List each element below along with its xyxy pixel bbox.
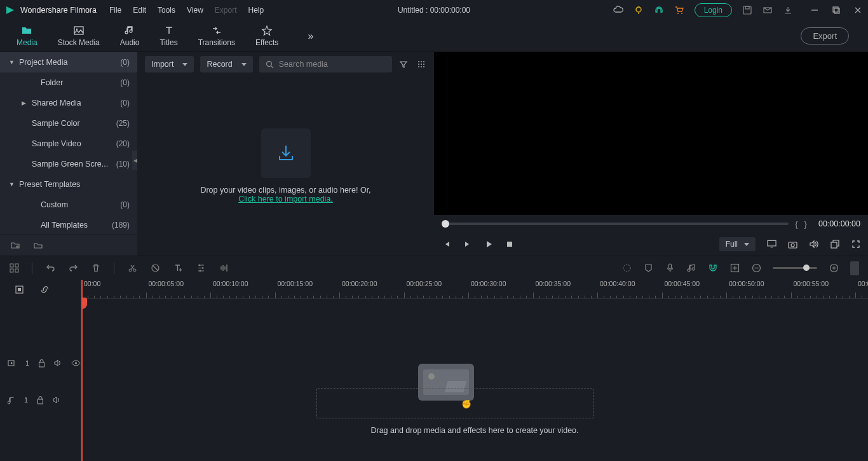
timeline-ruler[interactable]: 00:0000:00:05:0000:00:10:0000:00:15:0000… <box>81 280 868 299</box>
render-icon[interactable] <box>621 263 632 273</box>
tabs-more-button[interactable]: » <box>301 31 320 42</box>
tab-effects[interactable]: Effects <box>245 22 288 50</box>
play-button[interactable] <box>484 240 493 249</box>
zoom-fit-button[interactable] <box>850 261 859 275</box>
add-text-button[interactable] <box>173 263 183 273</box>
delete-button[interactable] <box>91 263 101 273</box>
layout-icon[interactable] <box>9 263 19 273</box>
tab-audio[interactable]: Audio <box>110 22 150 50</box>
open-folder-icon[interactable] <box>33 240 43 251</box>
voiceover-icon[interactable] <box>665 263 675 273</box>
svg-point-19 <box>423 64 424 65</box>
tab-transitions[interactable]: Transitions <box>188 22 245 50</box>
audio-mixer-icon[interactable] <box>686 263 696 273</box>
tree-item[interactable]: ▼Project Media(0) <box>0 52 137 72</box>
preview-viewport[interactable] <box>434 52 868 215</box>
scrub-track[interactable] <box>442 223 789 225</box>
scrub-handle[interactable] <box>442 220 449 228</box>
equalizer-button[interactable] <box>219 263 229 273</box>
undo-button[interactable] <box>45 263 55 273</box>
tree-item[interactable]: Folder(0) <box>0 72 137 93</box>
tab-media[interactable]: Media <box>6 22 48 50</box>
close-button[interactable] <box>853 5 863 15</box>
tree-item[interactable]: All Templates(189) <box>0 215 137 235</box>
tree-item[interactable]: Sample Green Scre...(10) <box>0 154 137 174</box>
split-button[interactable] <box>127 263 137 273</box>
playhead[interactable] <box>81 280 83 461</box>
minimize-button[interactable] <box>810 5 820 15</box>
marker-icon[interactable] <box>643 263 653 273</box>
tab-effects-label: Effects <box>255 38 278 47</box>
tree-item[interactable]: Sample Video(20) <box>0 134 137 154</box>
snapshot-icon[interactable] <box>788 240 797 249</box>
login-button[interactable]: Login <box>695 3 732 17</box>
video-track-header[interactable]: 1 <box>0 345 81 382</box>
save-icon[interactable] <box>742 5 752 15</box>
mail-icon[interactable] <box>763 5 773 15</box>
link-icon[interactable] <box>39 284 50 294</box>
mark-out-button[interactable]: } <box>804 219 807 229</box>
export-button[interactable]: Export <box>801 27 849 45</box>
import-link[interactable]: Click here to import media. <box>238 195 333 203</box>
menu-view[interactable]: View <box>187 6 203 15</box>
mute-icon[interactable] <box>54 359 62 367</box>
add-track-icon[interactable] <box>729 263 740 273</box>
menu-edit[interactable]: Edit <box>133 6 146 15</box>
tab-audio-label: Audio <box>120 38 140 47</box>
timeline-tracks-area[interactable]: 00:0000:00:05:0000:00:10:0000:00:15:0000… <box>81 280 868 461</box>
lock-icon[interactable] <box>38 359 45 368</box>
adjust-button[interactable] <box>196 263 206 273</box>
track-select-icon[interactable] <box>14 284 24 294</box>
zoom-out-button[interactable] <box>751 263 761 273</box>
fullscreen-icon[interactable] <box>851 240 860 249</box>
zoom-handle[interactable] <box>803 265 810 271</box>
tree-item[interactable]: Sample Color(25) <box>0 113 137 134</box>
detach-icon[interactable] <box>830 240 839 249</box>
download-icon[interactable] <box>783 5 793 15</box>
tree-item[interactable]: ▼Preset Templates <box>0 174 137 195</box>
support-icon[interactable] <box>654 5 664 15</box>
maximize-button[interactable] <box>831 5 841 15</box>
sidebar-collapse-button[interactable]: ◀ <box>132 151 137 170</box>
volume-icon[interactable] <box>809 240 818 249</box>
grid-view-icon[interactable] <box>416 59 426 69</box>
preview-quality-dropdown[interactable]: Full <box>719 237 756 251</box>
crop-button[interactable] <box>150 263 160 273</box>
timeline-tracks[interactable]: ✊ Drag and drop media and effects here t… <box>81 299 868 458</box>
record-dropdown[interactable]: Record <box>200 56 252 72</box>
menu-tools[interactable]: Tools <box>158 6 175 15</box>
menu-file[interactable]: File <box>109 6 121 15</box>
search-input[interactable]: Search media <box>259 56 392 72</box>
stop-button[interactable] <box>505 240 514 249</box>
filter-icon[interactable] <box>398 59 409 69</box>
lock-icon[interactable] <box>37 396 44 404</box>
menu-help[interactable]: Help <box>248 6 264 15</box>
svg-rect-48 <box>668 264 671 269</box>
timeline-drop-zone[interactable] <box>316 388 593 418</box>
mute-icon[interactable] <box>53 396 61 404</box>
import-dropdown[interactable]: Import <box>145 56 194 72</box>
visibility-icon[interactable] <box>71 360 81 366</box>
app-logo-icon <box>5 5 15 15</box>
tab-stock-media[interactable]: Stock Media <box>48 22 110 50</box>
svg-point-18 <box>421 64 422 65</box>
tree-item[interactable]: ▶Shared Media(0) <box>0 93 137 113</box>
tab-titles[interactable]: Titles <box>149 22 187 50</box>
zoom-slider[interactable] <box>773 267 817 269</box>
audio-track-header[interactable]: 1 <box>0 382 81 418</box>
primary-tabs: Media Stock Media Audio Titles Transitio… <box>0 20 868 52</box>
tree-item[interactable]: Custom(0) <box>0 195 137 215</box>
window-controls <box>810 5 863 15</box>
cloud-icon[interactable] <box>613 5 623 15</box>
media-drop-zone[interactable]: Drop your video clips, images, or audio … <box>137 76 434 256</box>
lightbulb-icon[interactable] <box>634 5 644 15</box>
magnet-icon[interactable] <box>708 263 718 273</box>
zoom-in-button[interactable] <box>829 263 839 273</box>
prev-frame-button[interactable] <box>442 240 451 249</box>
display-icon[interactable] <box>767 240 776 249</box>
next-frame-button[interactable] <box>463 240 472 249</box>
new-folder-icon[interactable] <box>10 240 20 251</box>
mark-in-button[interactable]: { <box>795 219 797 229</box>
redo-button[interactable] <box>68 263 78 273</box>
cart-icon[interactable] <box>674 5 684 15</box>
